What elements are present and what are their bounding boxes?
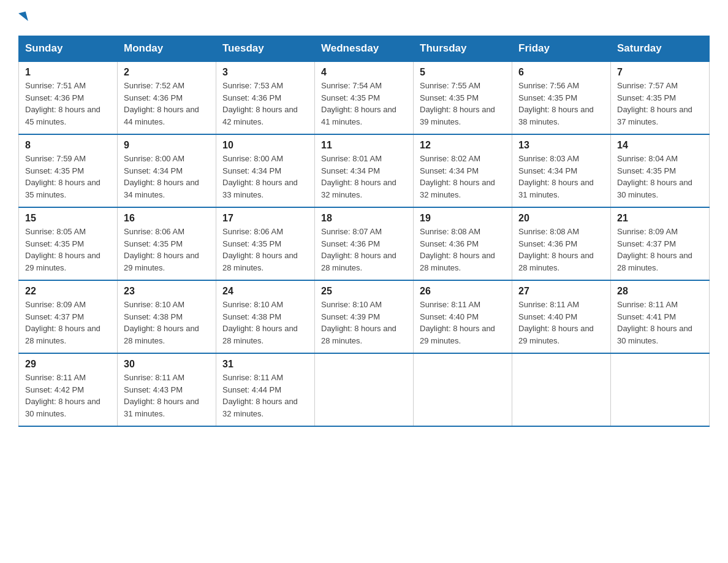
header-saturday: Saturday (611, 36, 710, 62)
day-number: 8 (25, 140, 111, 151)
day-info: Sunrise: 8:03 AMSunset: 4:34 PMDaylight:… (518, 154, 594, 199)
day-number: 25 (321, 286, 407, 297)
day-info: Sunrise: 8:09 AMSunset: 4:37 PMDaylight:… (617, 227, 692, 272)
day-info: Sunrise: 7:57 AMSunset: 4:35 PMDaylight:… (617, 81, 692, 126)
day-number: 6 (518, 67, 604, 78)
day-info: Sunrise: 8:08 AMSunset: 4:36 PMDaylight:… (420, 227, 495, 272)
day-info: Sunrise: 8:09 AMSunset: 4:37 PMDaylight:… (25, 300, 100, 345)
day-number: 30 (124, 359, 210, 370)
calendar-week-row: 29 Sunrise: 8:11 AMSunset: 4:42 PMDaylig… (19, 353, 710, 426)
day-number: 19 (420, 213, 506, 224)
calendar-cell: 29 Sunrise: 8:11 AMSunset: 4:42 PMDaylig… (19, 353, 118, 426)
day-info: Sunrise: 8:11 AMSunset: 4:43 PMDaylight:… (124, 373, 199, 418)
calendar-cell: 31 Sunrise: 8:11 AMSunset: 4:44 PMDaylig… (216, 353, 315, 426)
calendar-cell: 28 Sunrise: 8:11 AMSunset: 4:41 PMDaylig… (611, 280, 710, 353)
header-sunday: Sunday (19, 36, 118, 62)
day-number: 22 (25, 286, 111, 297)
day-info: Sunrise: 8:04 AMSunset: 4:35 PMDaylight:… (617, 154, 692, 199)
calendar-cell: 19 Sunrise: 8:08 AMSunset: 4:36 PMDaylig… (414, 207, 512, 280)
day-info: Sunrise: 8:11 AMSunset: 4:40 PMDaylight:… (420, 300, 495, 345)
calendar-cell: 17 Sunrise: 8:06 AMSunset: 4:35 PMDaylig… (216, 207, 315, 280)
day-info: Sunrise: 7:59 AMSunset: 4:35 PMDaylight:… (25, 154, 100, 199)
calendar-cell: 22 Sunrise: 8:09 AMSunset: 4:37 PMDaylig… (19, 280, 118, 353)
calendar-week-row: 1 Sunrise: 7:51 AMSunset: 4:36 PMDayligh… (19, 61, 710, 134)
calendar-cell: 9 Sunrise: 8:00 AMSunset: 4:34 PMDayligh… (118, 134, 216, 207)
calendar-header-row: SundayMondayTuesdayWednesdayThursdayFrid… (19, 36, 710, 62)
day-info: Sunrise: 8:11 AMSunset: 4:44 PMDaylight:… (222, 373, 298, 418)
day-number: 3 (222, 67, 308, 78)
calendar-week-row: 22 Sunrise: 8:09 AMSunset: 4:37 PMDaylig… (19, 280, 710, 353)
day-number: 10 (222, 140, 308, 151)
day-number: 21 (617, 213, 703, 224)
calendar-cell: 15 Sunrise: 8:05 AMSunset: 4:35 PMDaylig… (19, 207, 118, 280)
day-info: Sunrise: 8:00 AMSunset: 4:34 PMDaylight:… (222, 154, 298, 199)
day-number: 26 (420, 286, 506, 297)
day-info: Sunrise: 7:55 AMSunset: 4:35 PMDaylight:… (420, 81, 495, 126)
calendar-cell: 5 Sunrise: 7:55 AMSunset: 4:35 PMDayligh… (414, 61, 512, 134)
header-friday: Friday (512, 36, 611, 62)
calendar-cell: 30 Sunrise: 8:11 AMSunset: 4:43 PMDaylig… (118, 353, 216, 426)
day-number: 29 (25, 359, 111, 370)
calendar-cell (512, 353, 611, 426)
day-info: Sunrise: 8:01 AMSunset: 4:34 PMDaylight:… (321, 154, 396, 199)
calendar-cell: 26 Sunrise: 8:11 AMSunset: 4:40 PMDaylig… (414, 280, 512, 353)
day-number: 20 (518, 213, 604, 224)
day-info: Sunrise: 7:54 AMSunset: 4:35 PMDaylight:… (321, 81, 396, 126)
day-number: 5 (420, 67, 506, 78)
calendar-cell: 27 Sunrise: 8:11 AMSunset: 4:40 PMDaylig… (512, 280, 611, 353)
calendar-cell: 2 Sunrise: 7:52 AMSunset: 4:36 PMDayligh… (118, 61, 216, 134)
logo-arrow-icon (18, 12, 28, 23)
calendar-cell: 18 Sunrise: 8:07 AMSunset: 4:36 PMDaylig… (315, 207, 414, 280)
day-info: Sunrise: 8:06 AMSunset: 4:35 PMDaylight:… (222, 227, 298, 272)
calendar-cell: 16 Sunrise: 8:06 AMSunset: 4:35 PMDaylig… (118, 207, 216, 280)
day-info: Sunrise: 8:10 AMSunset: 4:38 PMDaylight:… (222, 300, 298, 345)
calendar-cell: 24 Sunrise: 8:10 AMSunset: 4:38 PMDaylig… (216, 280, 315, 353)
calendar-cell (315, 353, 414, 426)
day-number: 14 (617, 140, 703, 151)
day-number: 31 (222, 359, 308, 370)
day-number: 1 (25, 67, 111, 78)
calendar-week-row: 15 Sunrise: 8:05 AMSunset: 4:35 PMDaylig… (19, 207, 710, 280)
calendar-cell: 14 Sunrise: 8:04 AMSunset: 4:35 PMDaylig… (611, 134, 710, 207)
calendar-cell: 1 Sunrise: 7:51 AMSunset: 4:36 PMDayligh… (19, 61, 118, 134)
calendar-cell: 25 Sunrise: 8:10 AMSunset: 4:39 PMDaylig… (315, 280, 414, 353)
calendar-cell: 3 Sunrise: 7:53 AMSunset: 4:36 PMDayligh… (216, 61, 315, 134)
day-info: Sunrise: 8:00 AMSunset: 4:34 PMDaylight:… (124, 154, 199, 199)
day-info: Sunrise: 8:07 AMSunset: 4:36 PMDaylight:… (321, 227, 396, 272)
day-info: Sunrise: 8:06 AMSunset: 4:35 PMDaylight:… (124, 227, 199, 272)
calendar-cell (611, 353, 710, 426)
day-info: Sunrise: 8:11 AMSunset: 4:41 PMDaylight:… (617, 300, 692, 345)
calendar-cell: 23 Sunrise: 8:10 AMSunset: 4:38 PMDaylig… (118, 280, 216, 353)
day-info: Sunrise: 8:11 AMSunset: 4:40 PMDaylight:… (518, 300, 594, 345)
day-number: 13 (518, 140, 604, 151)
day-number: 17 (222, 213, 308, 224)
calendar-cell: 10 Sunrise: 8:00 AMSunset: 4:34 PMDaylig… (216, 134, 315, 207)
day-info: Sunrise: 7:53 AMSunset: 4:36 PMDaylight:… (222, 81, 298, 126)
calendar-cell: 13 Sunrise: 8:03 AMSunset: 4:34 PMDaylig… (512, 134, 611, 207)
day-info: Sunrise: 8:02 AMSunset: 4:34 PMDaylight:… (420, 154, 495, 199)
day-number: 7 (617, 67, 703, 78)
day-info: Sunrise: 7:56 AMSunset: 4:35 PMDaylight:… (518, 81, 594, 126)
day-number: 2 (124, 67, 210, 78)
day-number: 18 (321, 213, 407, 224)
day-info: Sunrise: 8:11 AMSunset: 4:42 PMDaylight:… (25, 373, 100, 418)
day-number: 4 (321, 67, 407, 78)
day-number: 28 (617, 286, 703, 297)
calendar-cell: 4 Sunrise: 7:54 AMSunset: 4:35 PMDayligh… (315, 61, 414, 134)
calendar-cell: 6 Sunrise: 7:56 AMSunset: 4:35 PMDayligh… (512, 61, 611, 134)
day-number: 9 (124, 140, 210, 151)
day-info: Sunrise: 7:51 AMSunset: 4:36 PMDaylight:… (25, 81, 100, 126)
calendar-week-row: 8 Sunrise: 7:59 AMSunset: 4:35 PMDayligh… (19, 134, 710, 207)
calendar-cell: 8 Sunrise: 7:59 AMSunset: 4:35 PMDayligh… (19, 134, 118, 207)
day-number: 24 (222, 286, 308, 297)
calendar-cell: 12 Sunrise: 8:02 AMSunset: 4:34 PMDaylig… (414, 134, 512, 207)
calendar-cell: 7 Sunrise: 7:57 AMSunset: 4:35 PMDayligh… (611, 61, 710, 134)
day-info: Sunrise: 8:10 AMSunset: 4:39 PMDaylight:… (321, 300, 396, 345)
calendar-cell: 21 Sunrise: 8:09 AMSunset: 4:37 PMDaylig… (611, 207, 710, 280)
logo (18, 12, 27, 25)
day-number: 15 (25, 213, 111, 224)
day-info: Sunrise: 8:10 AMSunset: 4:38 PMDaylight:… (124, 300, 199, 345)
calendar-cell: 20 Sunrise: 8:08 AMSunset: 4:36 PMDaylig… (512, 207, 611, 280)
day-number: 11 (321, 140, 407, 151)
calendar-cell (414, 353, 512, 426)
